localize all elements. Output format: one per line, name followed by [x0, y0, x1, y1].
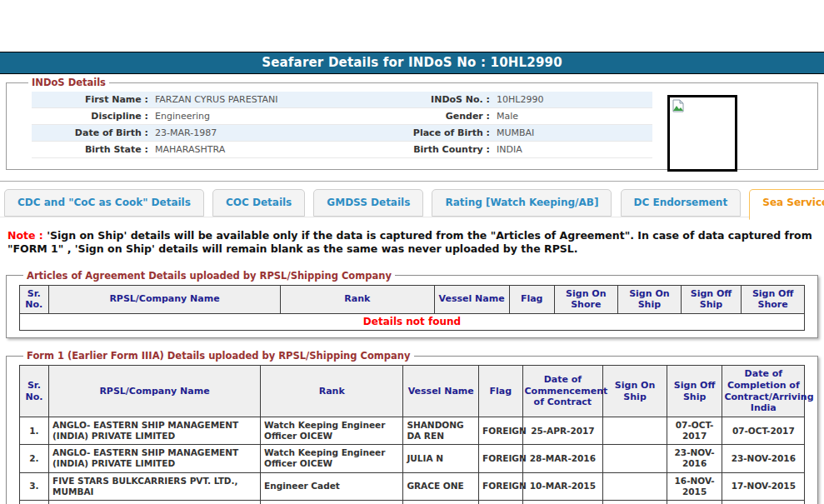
- cell-flag: FOREIGN: [479, 417, 522, 445]
- table-row: 3. FIVE STARS BULKCARRIERS PVT. LTD., MU…: [19, 472, 804, 500]
- col-sr-no: Sr. No.: [19, 366, 48, 417]
- articles-table: Sr. No. RPSL/Company Name Rank Vessel Na…: [19, 285, 805, 332]
- col-vessel: Vessel Name: [403, 366, 479, 417]
- table-row: 2. ANGLO- EASTERN SHIP MANAGEMENT (INDIA…: [19, 445, 804, 472]
- tab-dc-endorsement[interactable]: DC Endorsement: [621, 189, 742, 217]
- cell-flag: FOREIGN: [479, 500, 522, 504]
- birth-state-label: Birth State :: [32, 144, 148, 155]
- field-row: First Name : FARZAN CYRUS PARESTANI INDo…: [32, 92, 652, 108]
- cell-sr-no: 4.: [19, 500, 48, 504]
- tab-rating-watch-keeping-ab[interactable]: Rating [Watch Keeping/AB]: [432, 189, 612, 217]
- cell-date-commencement: 10-MAR-2015: [522, 472, 603, 500]
- col-sign-off-ship: Sign Off Ship: [681, 285, 741, 314]
- cell-company: FIVE STARS BULKCARRIERS PVT. LTD., MUMBA…: [49, 500, 261, 504]
- cell-date-commencement: 28-MAR-2016: [522, 445, 603, 472]
- col-rank: Rank: [281, 285, 434, 314]
- table-row: 1. ANGLO- EASTERN SHIP MANAGEMENT (INDIA…: [19, 417, 804, 445]
- indos-field-rows: First Name : FARZAN CYRUS PARESTANI INDo…: [32, 92, 652, 158]
- cell-date-completion: 23-NOV-2016: [722, 445, 805, 472]
- articles-header-row: Sr. No. RPSL/Company Name Rank Vessel Na…: [19, 285, 804, 314]
- cell-date-commencement: 25-APR-2017: [522, 417, 603, 445]
- note-prefix: Note :: [7, 229, 43, 242]
- birth-state-value: MAHARASHTRA: [148, 144, 390, 155]
- cell-rank: Watch Keeping Engineer Officer OICEW: [261, 445, 403, 472]
- cell-date-commencement: 14-JUN-2013: [522, 500, 603, 504]
- table-row: 4. FIVE STARS BULKCARRIERS PVT. LTD., MU…: [19, 500, 804, 504]
- cell-sign-on-ship: [603, 472, 667, 500]
- form1-legend: Form 1 (Earlier Form IIIA) Details uploa…: [23, 350, 414, 362]
- cell-vessel: SHANDONG DA REN: [403, 417, 479, 445]
- page-title: Seafarer Details for INDoS No : 10HL2990: [0, 52, 824, 74]
- birth-country-value: INDIA: [490, 144, 652, 155]
- tab-gmdss-details[interactable]: GMDSS Details: [313, 189, 423, 217]
- cell-sr-no: 3.: [19, 472, 48, 500]
- field-row: Date of Birth : 23-MAR-1987 Place of Bir…: [32, 125, 652, 142]
- cell-rank: Engineer Cadet: [261, 472, 403, 500]
- details-not-found-message: Details not found: [19, 314, 804, 331]
- cell-date-completion: 17-NOV-2015: [722, 472, 805, 500]
- cell-sign-off-ship: 23-NOV-2016: [667, 445, 722, 472]
- col-company: RPSL/Company Name: [49, 366, 261, 417]
- cell-sr-no: 1.: [19, 417, 48, 445]
- first-name-label: First Name :: [32, 94, 148, 105]
- tab-coc-details[interactable]: COC Details: [212, 189, 305, 217]
- field-row: Birth State : MAHARASHTRA Birth Country …: [32, 142, 652, 158]
- col-vessel: Vessel Name: [434, 285, 509, 314]
- cell-sign-off-ship: 16-NOV-2015: [667, 472, 722, 500]
- cell-sign-on-ship: [603, 445, 667, 472]
- place-of-birth-label: Place of Birth :: [390, 127, 490, 138]
- col-company: RPSL/Company Name: [48, 285, 280, 314]
- discipline-label: Discipline :: [32, 111, 148, 122]
- col-sign-off-ship: Sign Off Ship: [667, 366, 722, 417]
- col-date-commencement: Date of Commencement of Contract: [522, 366, 603, 417]
- place-of-birth-value: MUMBAI: [490, 127, 652, 138]
- seafarer-photo-placeholder: [667, 95, 737, 172]
- cell-vessel: JULIA N: [403, 445, 479, 472]
- tab-cdc-coc-as-cook-details[interactable]: CDC and "CoC as Cook" Details: [4, 189, 204, 217]
- cell-sr-no: 2.: [19, 445, 48, 472]
- top-whitespace: [0, 0, 824, 52]
- cell-sign-on-ship: [603, 500, 667, 504]
- cell-rank: Watch Keeping Engineer Officer OICEW: [261, 417, 403, 445]
- indos-no-label: INDoS No. :: [390, 94, 490, 105]
- cell-flag: FOREIGN: [479, 472, 522, 500]
- col-sign-off-shore: Sign Off Shore: [742, 285, 805, 314]
- col-flag: Flag: [479, 366, 522, 417]
- cell-sign-off-ship: 06-MAY-2014: [667, 500, 722, 504]
- indos-details-legend: INDoS Details: [28, 77, 109, 88]
- details-not-found-row: Details not found: [19, 314, 804, 331]
- cell-company: ANGLO- EASTERN SHIP MANAGEMENT (INDIA) P…: [49, 417, 261, 445]
- col-sr-no: Sr. No.: [19, 285, 48, 314]
- date-of-birth-value: 23-MAR-1987: [148, 127, 390, 138]
- articles-legend: Articles of Agreement Details uploaded b…: [23, 270, 395, 282]
- discipline-value: Engineering: [148, 111, 390, 122]
- col-rank: Rank: [261, 366, 403, 417]
- note-text: 'Sign on Ship' details will be available…: [7, 229, 812, 255]
- cell-date-completion: [722, 500, 805, 504]
- section-divider: [0, 181, 824, 182]
- gender-label: Gender :: [390, 111, 490, 122]
- cell-company: ANGLO- EASTERN SHIP MANAGEMENT (INDIA) P…: [49, 445, 261, 472]
- form1-header-row: Sr. No. RPSL/Company Name Rank Vessel Na…: [19, 366, 804, 417]
- indos-details-section: INDoS Details First Name : FARZAN CYRUS …: [6, 77, 818, 170]
- col-sign-on-shore: Sign On Shore: [554, 285, 617, 314]
- col-sign-on-ship: Sign On Ship: [617, 285, 681, 314]
- broken-image-icon: [672, 99, 685, 112]
- col-flag: Flag: [509, 285, 554, 314]
- date-of-birth-label: Date of Birth :: [32, 127, 148, 138]
- cell-sign-on-ship: [603, 417, 667, 445]
- birth-country-label: Birth Country :: [390, 144, 490, 155]
- cell-rank: Engineer Cadet: [261, 500, 403, 504]
- cell-flag: FOREIGN: [479, 445, 522, 472]
- indos-no-value: 10HL2990: [490, 94, 652, 105]
- col-sign-on-ship: Sign On Ship: [603, 366, 667, 417]
- sign-on-ship-note: Note : 'Sign on Ship' details will be av…: [7, 229, 817, 257]
- cell-vessel: GLORY ONE: [403, 500, 479, 504]
- articles-of-agreement-section: Articles of Agreement Details uploaded b…: [6, 270, 818, 339]
- first-name-value: FARZAN CYRUS PARESTANI: [148, 94, 390, 105]
- tab-bar: CDC and "CoC as Cook" Details COC Detail…: [0, 189, 824, 217]
- form1-table: Sr. No. RPSL/Company Name Rank Vessel Na…: [19, 365, 805, 504]
- tab-sea-service-details[interactable]: Sea Service Details: [749, 189, 824, 220]
- field-row: Discipline : Engineering Gender : Male: [32, 108, 652, 125]
- cell-date-completion: 07-OCT-2017: [722, 417, 805, 445]
